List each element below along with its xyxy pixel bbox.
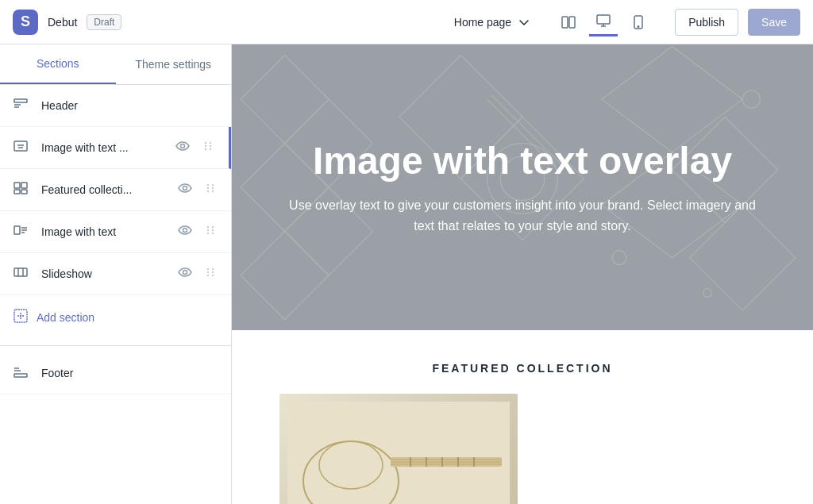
sidebar-item-footer-label: Footer <box>41 367 218 379</box>
sidebar-item-image-text[interactable]: Image with text <box>0 211 231 253</box>
svg-point-6 <box>638 25 639 27</box>
svg-point-45 <box>183 271 187 275</box>
svg-rect-23 <box>21 190 27 194</box>
svg-point-73 <box>703 289 711 298</box>
page-selector-button[interactable]: Home page <box>454 14 532 30</box>
drag-handle-collection[interactable] <box>202 180 218 199</box>
image-text-icon <box>13 222 32 241</box>
svg-point-39 <box>212 229 214 231</box>
footer-icon <box>13 364 32 383</box>
slideshow-icon <box>13 264 32 283</box>
svg-rect-31 <box>14 226 20 234</box>
svg-rect-1 <box>569 17 575 28</box>
add-section-button[interactable]: Add section <box>0 295 231 339</box>
draft-badge: Draft <box>87 14 121 30</box>
image-overlay-icon <box>13 138 32 157</box>
svg-rect-21 <box>21 183 27 188</box>
svg-point-50 <box>207 275 209 276</box>
tab-sections[interactable]: Sections <box>0 44 116 84</box>
sidebar-item-footer[interactable]: Footer <box>0 352 231 394</box>
svg-point-48 <box>207 271 209 273</box>
visibility-icon-collection[interactable] <box>177 180 193 199</box>
sidebar-tabs: Sections Theme settings <box>0 44 231 85</box>
svg-point-37 <box>212 226 214 228</box>
sidebar: Sections Theme settings Header Image wit… <box>0 44 232 504</box>
drag-handle-image-overlay[interactable] <box>200 138 216 157</box>
svg-rect-7 <box>14 99 27 102</box>
svg-point-13 <box>181 144 185 148</box>
svg-point-41 <box>212 233 214 234</box>
sidebar-item-slideshow[interactable]: Slideshow <box>0 253 231 295</box>
hero-content: Image with text overlay Use overlay text… <box>252 139 792 236</box>
visibility-icon-image-overlay[interactable] <box>175 138 191 157</box>
svg-marker-60 <box>241 231 329 319</box>
svg-point-18 <box>205 148 206 150</box>
app-name: Debut <box>48 16 77 29</box>
chevron-down-icon <box>516 14 532 30</box>
header-icon <box>13 96 32 115</box>
main-layout: Sections Theme settings Header Image wit… <box>0 44 813 504</box>
sidebar-divider <box>0 345 231 346</box>
svg-rect-0 <box>562 17 568 28</box>
guitar-svg <box>287 402 510 504</box>
view-mode-icons <box>554 8 653 37</box>
svg-marker-67 <box>602 47 742 152</box>
topbar: S Debut Draft Home page Publish Save <box>0 0 813 44</box>
hero-subtitle: Use overlay text to give your customers … <box>284 195 761 236</box>
svg-point-51 <box>212 275 214 276</box>
hero-title: Image with text overlay <box>284 139 761 183</box>
drag-handle-slideshow[interactable] <box>202 264 218 283</box>
sidebar-item-image-overlay[interactable]: Image with text ... <box>0 127 231 169</box>
svg-point-71 <box>742 90 760 108</box>
sidebar-content: Header Image with text ... <box>0 85 231 504</box>
svg-rect-22 <box>14 190 20 194</box>
svg-point-16 <box>205 145 206 147</box>
sidebar-item-image-overlay-label: Image with text ... <box>41 141 165 154</box>
svg-point-15 <box>210 142 211 144</box>
sidebar-item-image-text-label: Image with text <box>41 225 168 238</box>
svg-point-36 <box>207 226 209 228</box>
svg-rect-42 <box>14 268 27 276</box>
svg-point-72 <box>612 251 626 265</box>
svg-point-46 <box>207 268 209 270</box>
visibility-icon-slideshow[interactable] <box>177 264 193 283</box>
svg-rect-55 <box>14 374 27 377</box>
svg-point-30 <box>212 190 214 192</box>
featured-title: FEATURED COLLECTION <box>279 362 765 375</box>
svg-point-24 <box>183 187 187 190</box>
sidebar-item-featured-collection[interactable]: Featured collecti... <box>0 169 231 211</box>
svg-point-19 <box>210 148 211 150</box>
tab-theme-settings[interactable]: Theme settings <box>116 44 232 84</box>
svg-point-29 <box>207 190 209 192</box>
svg-point-28 <box>212 187 214 189</box>
visibility-icon-image-text[interactable] <box>177 222 193 241</box>
featured-section: FEATURED COLLECTION <box>232 330 813 504</box>
drag-handle-image-text[interactable] <box>202 222 218 241</box>
svg-rect-10 <box>14 141 27 151</box>
sidebar-item-header[interactable]: Header <box>0 85 231 127</box>
desktop-icon[interactable] <box>589 8 618 37</box>
svg-point-38 <box>207 229 209 231</box>
svg-point-47 <box>212 268 214 270</box>
preview-content: Image with text overlay Use overlay text… <box>232 44 813 504</box>
svg-point-27 <box>207 187 209 189</box>
preview-area: Image with text overlay Use overlay text… <box>232 44 813 504</box>
add-section-icon <box>13 308 29 326</box>
svg-point-35 <box>183 229 187 233</box>
svg-point-14 <box>205 142 206 144</box>
sidebar-item-slideshow-label: Slideshow <box>41 267 168 280</box>
svg-marker-58 <box>241 56 329 144</box>
svg-point-26 <box>212 184 214 186</box>
guitar-visual <box>279 394 518 504</box>
save-button[interactable]: Save <box>748 9 800 36</box>
add-section-label: Add section <box>37 311 94 324</box>
svg-point-25 <box>207 184 209 186</box>
svg-rect-2 <box>597 15 610 24</box>
svg-point-49 <box>212 271 214 273</box>
desktop-split-icon[interactable] <box>554 8 583 37</box>
publish-button[interactable]: Publish <box>675 9 738 36</box>
sidebar-item-collection-label: Featured collecti... <box>41 183 168 196</box>
featured-product-image <box>279 394 518 504</box>
svg-point-40 <box>207 233 209 234</box>
mobile-icon[interactable] <box>624 8 653 37</box>
